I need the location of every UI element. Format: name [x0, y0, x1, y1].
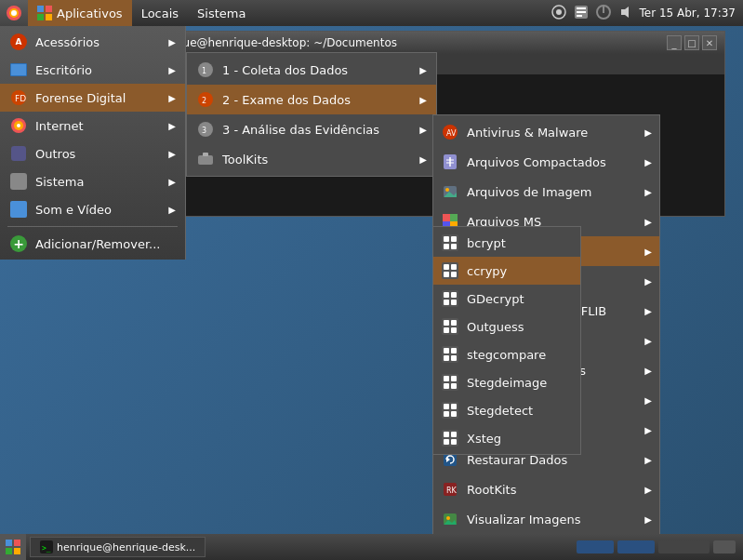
- svg-rect-65: [14, 540, 20, 546]
- svg-text:3: 3: [202, 127, 206, 135]
- menu-l4-xsteg[interactable]: Xsteg: [433, 424, 580, 452]
- menu-l2-analise-label: 3 - Análise das Evidências: [222, 123, 419, 137]
- crypto-arrow: ▶: [644, 247, 652, 257]
- start-icon[interactable]: [0, 534, 26, 560]
- firefox-icon[interactable]: [0, 0, 28, 26]
- datetime-label: Ter 15 Abr, 17:37: [640, 7, 736, 20]
- menu-item-sistema[interactable]: Sistema ▶: [0, 167, 185, 195]
- adicionar-icon: +: [9, 234, 28, 253]
- svg-point-62: [446, 516, 450, 520]
- menu-overlay: A Acessórios ▶ Escritório ▶ FD Forense D…: [0, 26, 743, 534]
- menu-acessorios-label: Acessórios: [35, 35, 168, 49]
- outros-icon: [9, 144, 28, 163]
- svg-rect-39: [443, 214, 450, 221]
- menu-internet-label: Internet: [35, 119, 168, 133]
- menu-l2-exame[interactable]: 2 2 - Exame dos Dados ▶: [187, 85, 436, 114]
- status-indicator: [658, 540, 710, 553]
- menu-l4-stegdetect[interactable]: Stegdetect: [433, 396, 580, 424]
- menu-item-adicionar[interactable]: + Adicionar/Remover...: [0, 230, 185, 258]
- outguess-icon: [441, 317, 459, 336]
- menu-l4-bcrypt[interactable]: bcrypt: [433, 229, 580, 257]
- network-status: [713, 540, 736, 553]
- acessorios-icon: A: [9, 33, 28, 51]
- menu-l4-stegcompare-label: stegcompare: [467, 348, 573, 362]
- som-arrow: ▶: [168, 205, 176, 215]
- svg-rect-64: [6, 540, 12, 546]
- menu-l4-stegcompare[interactable]: stegcompare: [433, 340, 580, 368]
- acessorios-arrow: ▶: [168, 37, 176, 47]
- menu-l4-stegdeimage-label: Stegdeimage: [467, 376, 573, 390]
- taskbar-sistema-label: Sistema: [197, 7, 245, 20]
- menu-l2-toolkits-label: ToolKits: [222, 153, 419, 167]
- menu-item-forense[interactable]: FD Forense Digital ▶: [0, 84, 185, 112]
- bcrypt-icon: [441, 233, 459, 252]
- svg-point-2: [11, 10, 17, 16]
- menu-l3-rootkits[interactable]: RK RootKits ▶: [433, 474, 659, 504]
- menu-l4-ccrypy[interactable]: ccrypy: [433, 257, 580, 285]
- menu-item-outros[interactable]: Outros ▶: [0, 140, 185, 167]
- volume-icon: [617, 4, 634, 23]
- top-taskbar: Aplicativos Locais Sistema Ter 15 Abr, 1…: [0, 0, 743, 26]
- mactime-arrow: ▶: [644, 366, 652, 376]
- menu-l2-coleta[interactable]: 1 1 - Coleta dos Dados ▶: [187, 55, 436, 85]
- svg-rect-10: [577, 7, 586, 9]
- svg-text:>_: >_: [42, 544, 51, 553]
- menu-l3-visualizar[interactable]: Visualizar Imagens ▶: [433, 504, 659, 534]
- menu-l4-gdecrypt[interactable]: GDecrypt: [433, 285, 580, 313]
- internet-icon: [9, 116, 28, 135]
- svg-point-37: [445, 188, 449, 192]
- rootkits-icon: RK: [441, 480, 459, 499]
- menu-adicionar-label: Adicionar/Remover...: [35, 237, 176, 251]
- forense-arrow: ▶: [168, 93, 176, 103]
- menu-l3-antivirus[interactable]: AV Antivirus & Malware ▶: [433, 117, 659, 147]
- svg-rect-4: [46, 6, 52, 12]
- power-icon: [595, 4, 612, 23]
- menu-l4-xsteg-label: Xsteg: [467, 432, 573, 446]
- menu-l2-toolkits[interactable]: ToolKits ▶: [187, 144, 436, 174]
- taskbar-sistema[interactable]: Sistema: [188, 0, 255, 26]
- escritorio-icon: [9, 60, 28, 79]
- taskbar-locais[interactable]: Locais: [132, 0, 188, 26]
- svg-text:1: 1: [202, 67, 206, 75]
- svg-rect-21: [11, 146, 26, 161]
- menu-l3-antivirus-label: Antivirus & Malware: [467, 126, 644, 140]
- forense-submenu: 1 1 - Coleta dos Dados ▶ 2 2 - Exame dos…: [186, 52, 437, 177]
- xsteg-icon: [441, 429, 459, 447]
- svg-rect-3: [37, 6, 44, 12]
- sistema-icon: [9, 172, 28, 191]
- menu-item-som[interactable]: Som e Vídeo ▶: [0, 195, 185, 223]
- menu-item-escritorio[interactable]: Escritório ▶: [0, 56, 185, 84]
- menu-escritorio-label: Escritório: [35, 63, 168, 77]
- menu-l3-imagem[interactable]: Arquivos de Imagem ▶: [433, 177, 659, 207]
- toolkits-icon: [196, 150, 215, 168]
- outros-arrow: ▶: [168, 149, 176, 159]
- ms-arrow: ▶: [644, 217, 652, 227]
- svg-rect-6: [46, 14, 52, 20]
- svg-rect-29: [203, 153, 208, 156]
- svg-text:RK: RK: [446, 487, 458, 495]
- gdecrypt-icon: [441, 289, 459, 308]
- menu-l3-compactados[interactable]: Arquivos Compactados ▶: [433, 147, 659, 177]
- restaurar-arrow: ▶: [644, 455, 652, 465]
- menu-som-label: Som e Vídeo: [35, 203, 168, 217]
- running-app-terminal[interactable]: >_ henrique@henrique-desk...: [30, 537, 206, 557]
- imagem-icon: [441, 182, 459, 201]
- menu-l4-outguess[interactable]: Outguess: [433, 313, 580, 340]
- localizar-arrow: ▶: [644, 336, 652, 346]
- menu-l4-stegdeimage[interactable]: Stegdeimage: [433, 368, 580, 396]
- menu-l2-analise[interactable]: 3 3 - Análise das Evidências ▶: [187, 114, 436, 144]
- exame-arrow: ▶: [419, 95, 427, 105]
- menu-l4-bcrypt-label: bcrypt: [467, 236, 573, 250]
- escritorio-arrow: ▶: [168, 65, 176, 75]
- menu-item-acessorios[interactable]: A Acessórios ▶: [0, 28, 185, 56]
- menu-l4-outguess-label: Outguess: [467, 320, 573, 334]
- stegcompare-icon: [441, 345, 459, 364]
- taskbar-aplicativos[interactable]: Aplicativos: [28, 0, 132, 26]
- progress-indicator-1: [577, 540, 614, 553]
- menu-item-internet[interactable]: Internet ▶: [0, 112, 185, 140]
- imagem-arrow: ▶: [644, 187, 652, 197]
- taskbar-locais-label: Locais: [141, 7, 179, 20]
- antivirus-icon: AV: [441, 123, 459, 141]
- svg-rect-12: [577, 15, 582, 17]
- menu-l4-stegdetect-label: Stegdetect: [467, 404, 573, 418]
